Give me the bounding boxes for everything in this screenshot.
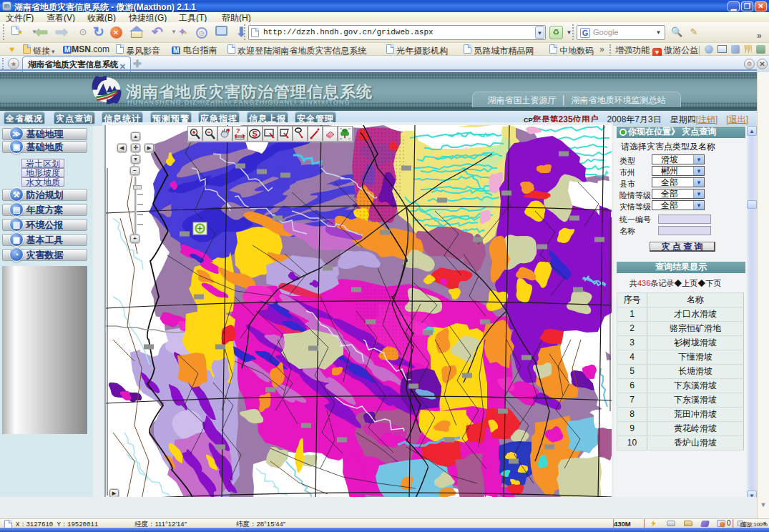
svg-text:?: ? [236,127,240,134]
svg-text:S: S [253,129,258,138]
